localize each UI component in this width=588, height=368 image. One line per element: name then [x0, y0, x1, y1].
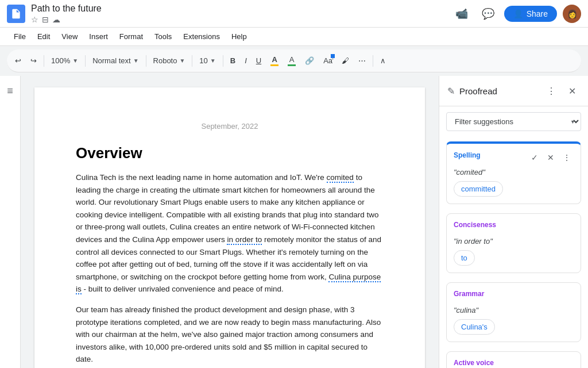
- share-person-icon: 👤: [513, 9, 523, 18]
- toolbar-divider-4: [192, 55, 192, 67]
- spelling-original: "comited": [454, 168, 574, 177]
- spellcheck-button[interactable]: Aa ·: [320, 53, 336, 69]
- color-bar: [270, 64, 278, 66]
- app-icon[interactable]: [7, 5, 25, 23]
- document-area[interactable]: September, 2022 Overview Culina Tech is …: [21, 76, 439, 368]
- spelling-type-label: Spelling: [454, 151, 481, 159]
- spelling-suggestion-btn[interactable]: committed: [454, 181, 503, 197]
- proofread-panel: ✎ Proofread ⋮ ✕ Filter suggestions Spell…: [439, 76, 588, 368]
- video-icon[interactable]: 📹: [451, 3, 472, 24]
- menu-edit[interactable]: Edit: [33, 30, 55, 43]
- menu-help[interactable]: Help: [227, 30, 252, 43]
- sidebar-toggle[interactable]: ≡: [0, 76, 21, 368]
- conciseness-type-label: Conciseness: [454, 221, 496, 229]
- main-content: ≡ September, 2022 Overview Culina Tech i…: [0, 76, 588, 368]
- document-page: September, 2022 Overview Culina Tech is …: [34, 87, 425, 368]
- active-voice-type-label: Active voice: [454, 359, 494, 367]
- proofread-close-button[interactable]: ✕: [564, 83, 580, 99]
- conciseness-suggestion-card: Conciseness "in order to" to: [446, 213, 581, 273]
- spelling-suggestion-card: Spelling ✓ ✕ ⋮ "comited" committed: [446, 141, 581, 204]
- zoom-select[interactable]: 100% ▼: [48, 53, 82, 69]
- active-voice-card-header: Active voice: [454, 359, 574, 368]
- toolbar-divider-2: [85, 55, 86, 67]
- avatar[interactable]: 👩: [563, 5, 581, 23]
- proofread-title: Proofread: [459, 86, 539, 96]
- toolbar-divider-6: [373, 55, 373, 67]
- menu-file[interactable]: File: [9, 30, 30, 43]
- paragraph-2: Our team has already finished the produc…: [76, 304, 384, 366]
- grammar-suggestion-card: Grammar "culina" Culina's: [446, 282, 581, 342]
- page-date: September, 2022: [76, 122, 384, 131]
- zoom-arrow: ▼: [72, 57, 78, 64]
- collapse-toolbar-button[interactable]: ∧: [377, 53, 389, 69]
- redo-button[interactable]: ↪: [27, 53, 40, 69]
- italic-button[interactable]: I: [241, 53, 250, 69]
- highlight-icon: A: [288, 55, 296, 66]
- paint-button[interactable]: 🖌: [338, 53, 353, 69]
- title-icons: ☆ ⊟ ☁: [31, 15, 102, 24]
- spelling-accept-button[interactable]: ✓: [528, 151, 541, 164]
- toolbar-divider-3: [146, 55, 146, 67]
- text-color-icon: A: [270, 55, 278, 66]
- font-arrow: ▼: [179, 57, 185, 64]
- paragraph-1: Culina Tech is the next leading name in …: [76, 171, 384, 296]
- conciseness-original: "in order to": [454, 237, 574, 246]
- color-button[interactable]: A: [267, 53, 282, 69]
- chat-icon[interactable]: 💬: [478, 3, 498, 24]
- highlight-button[interactable]: A: [284, 53, 299, 69]
- folder-icon[interactable]: ⊟: [42, 15, 49, 24]
- underline-button[interactable]: U: [253, 53, 265, 69]
- undo-button[interactable]: ↩: [11, 53, 25, 69]
- grammar-suggestion-btn[interactable]: Culina's: [454, 319, 495, 335]
- spelling-card-actions: ✓ ✕ ⋮: [528, 151, 574, 164]
- menu-extensions[interactable]: Extensions: [179, 30, 225, 43]
- cloud-icon[interactable]: ☁: [52, 15, 60, 24]
- spelling-error-comited[interactable]: comited: [327, 173, 354, 183]
- proofread-more-button[interactable]: ⋮: [543, 83, 559, 99]
- menu-bar: File Edit View Insert Format Tools Exten…: [0, 28, 588, 46]
- menu-view[interactable]: View: [57, 30, 82, 43]
- spelling-more-button[interactable]: ⋮: [560, 151, 574, 164]
- filter-select[interactable]: Filter suggestions Spelling Conciseness …: [446, 112, 581, 131]
- menu-format[interactable]: Format: [115, 30, 148, 43]
- bold-button[interactable]: B: [227, 53, 239, 69]
- proofread-header: ✎ Proofread ⋮ ✕: [439, 76, 588, 106]
- link-button[interactable]: 🔗: [301, 53, 318, 69]
- conciseness-inorderto[interactable]: in order to: [227, 235, 262, 245]
- style-select[interactable]: Normal text ▼: [89, 53, 142, 69]
- size-select[interactable]: 10 ▼: [196, 53, 219, 69]
- toolbar-divider-1: [44, 55, 44, 67]
- filter-wrapper: Filter suggestions Spelling Conciseness …: [446, 112, 581, 131]
- top-right-actions: 📹 💬 👤 Share 👩: [451, 3, 581, 24]
- doc-title[interactable]: Path to the future: [31, 3, 102, 14]
- top-bar: Path to the future ☆ ⊟ ☁ 📹 💬 👤 Share 👩: [0, 0, 588, 28]
- spell-dot: ·: [331, 54, 335, 58]
- highlight-bar: [288, 64, 296, 66]
- spelling-reject-button[interactable]: ✕: [544, 151, 558, 164]
- grammar-type-label: Grammar: [454, 290, 484, 298]
- toolbar: ↩ ↪ 100% ▼ Normal text ▼ Roboto ▼ 10 ▼ B…: [7, 49, 581, 72]
- conciseness-card-header: Conciseness: [454, 221, 574, 233]
- style-arrow: ▼: [133, 57, 139, 64]
- grammar-original: "culina": [454, 306, 574, 315]
- menu-insert[interactable]: Insert: [84, 30, 113, 43]
- star-icon[interactable]: ☆: [31, 15, 38, 24]
- grammar-card-header: Grammar: [454, 290, 574, 302]
- menu-tools[interactable]: Tools: [150, 30, 176, 43]
- grammar-culina[interactable]: Culina purpose is: [76, 273, 381, 295]
- more-formats-button[interactable]: ⋯: [355, 53, 369, 69]
- font-select[interactable]: Roboto ▼: [150, 53, 189, 69]
- conciseness-suggestion-btn[interactable]: to: [454, 250, 475, 266]
- size-arrow: ▼: [210, 57, 216, 64]
- proofread-icon: ✎: [447, 86, 455, 97]
- doc-heading: Overview: [76, 144, 384, 162]
- toolbar-divider-5: [223, 55, 223, 67]
- active-voice-suggestion-card: Active voice "homeowners are helped by C…: [446, 351, 581, 368]
- filter-suggestions-wrapper: Filter suggestions Spelling Conciseness …: [446, 112, 581, 131]
- share-button[interactable]: 👤 Share: [504, 6, 557, 22]
- hamburger-icon[interactable]: ≡: [7, 85, 13, 97]
- doc-title-area: Path to the future ☆ ⊟ ☁: [31, 3, 102, 24]
- spelling-card-header: Spelling ✓ ✕ ⋮: [454, 151, 574, 164]
